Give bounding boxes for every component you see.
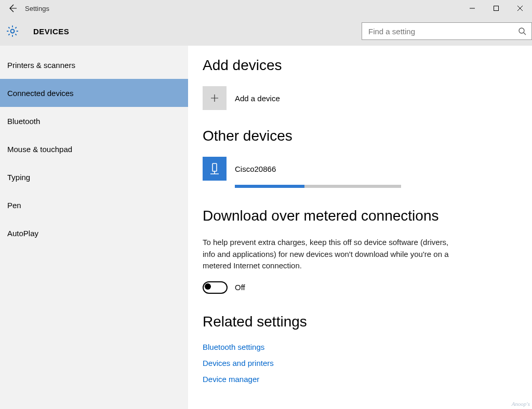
sidebar-item-bluetooth[interactable]: Bluetooth [0,107,188,135]
sidebar-item-typing[interactable]: Typing [0,163,188,191]
metered-toggle[interactable] [203,281,228,294]
sidebar: Printers & scanners Connected devices Bl… [0,46,188,409]
maximize-button[interactable] [484,0,508,17]
device-tile [203,157,227,181]
metered-description: To help prevent extra charges, keep this… [203,237,457,272]
svg-point-1 [11,30,15,33]
plus-icon [209,93,220,103]
toggle-knob [205,283,211,290]
sidebar-item-autoplay[interactable]: AutoPlay [0,219,188,247]
minimize-button[interactable] [460,0,484,17]
link-device-manager[interactable]: Device manager [203,375,532,384]
back-button[interactable] [0,0,25,17]
device-item[interactable]: Cisco20866 [203,157,532,181]
metered-toggle-state: Off [235,283,245,292]
sidebar-item-label: Typing [7,173,30,182]
arrow-left-icon [8,4,17,13]
sidebar-item-mouse-touchpad[interactable]: Mouse & touchpad [0,135,188,163]
settings-gear[interactable] [0,17,25,46]
sidebar-item-label: Mouse & touchpad [7,145,72,154]
add-device-button[interactable]: Add a device [203,86,532,110]
svg-rect-0 [494,6,499,11]
svg-point-2 [519,28,524,33]
search-input[interactable] [367,26,518,36]
sidebar-item-printers-scanners[interactable]: Printers & scanners [0,51,188,79]
window-title: Settings [25,5,49,12]
content-area: Add devices Add a device Other devices C… [188,46,532,409]
device-icon [207,161,222,176]
watermark: Anoop's [512,401,530,407]
sidebar-item-label: AutoPlay [7,229,38,238]
gear-icon [6,24,19,38]
add-device-label: Add a device [235,94,280,103]
close-icon [517,5,523,11]
sidebar-item-label: Connected devices [7,89,74,98]
search-icon [518,27,526,35]
link-bluetooth-settings[interactable]: Bluetooth settings [203,343,532,351]
sidebar-item-connected-devices[interactable]: Connected devices [0,79,188,107]
device-progress [235,185,401,188]
other-devices-heading: Other devices [203,128,532,144]
device-name: Cisco20866 [235,165,276,173]
sidebar-item-label: Printers & scanners [7,61,75,70]
sidebar-item-label: Pen [7,201,21,210]
add-devices-heading: Add devices [203,57,532,74]
sidebar-item-label: Bluetooth [7,117,40,126]
titlebar: Settings [0,0,532,17]
svg-rect-3 [212,163,217,171]
sidebar-item-pen[interactable]: Pen [0,191,188,219]
minimize-icon [469,5,475,11]
plus-box [203,86,227,110]
metered-heading: Download over metered connections [203,208,532,224]
header-bar: DEVICES [0,17,532,46]
search-box[interactable] [362,22,532,40]
maximize-icon [493,5,499,11]
section-title: DEVICES [33,27,69,36]
close-button[interactable] [508,0,532,17]
link-devices-printers[interactable]: Devices and printers [203,359,532,367]
related-heading: Related settings [203,313,532,330]
device-progress-fill [235,185,304,188]
